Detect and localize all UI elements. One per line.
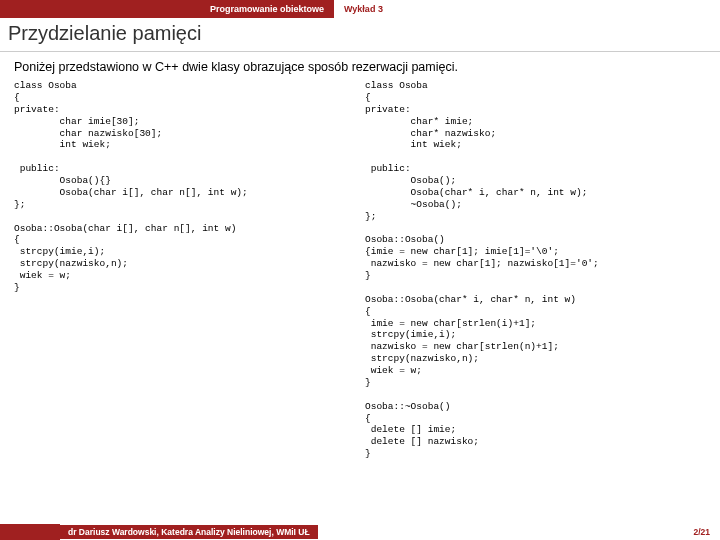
lecture-label: Wykład 3 [334, 0, 393, 18]
code-columns: class Osoba { private: char imie[30]; ch… [0, 80, 720, 460]
code-left: class Osoba { private: char imie[30]; ch… [14, 80, 355, 460]
footer-author: dr Dariusz Wardowski, Katedra Analizy Ni… [60, 525, 318, 539]
code-right: class Osoba { private: char* imie; char*… [365, 80, 706, 460]
slide-title: Przydzielanie pamięci [0, 18, 720, 52]
intro-text: Poniżej przedstawiono w C++ dwie klasy o… [0, 52, 720, 80]
footer: dr Dariusz Wardowski, Katedra Analizy Ni… [0, 524, 720, 540]
header-strip: Programowanie obiektowe Wykład 3 [0, 0, 720, 18]
footer-page: 2/21 [693, 527, 710, 537]
header-accent [0, 0, 200, 18]
course-name: Programowanie obiektowe [200, 0, 334, 18]
header-spacer [393, 0, 720, 18]
